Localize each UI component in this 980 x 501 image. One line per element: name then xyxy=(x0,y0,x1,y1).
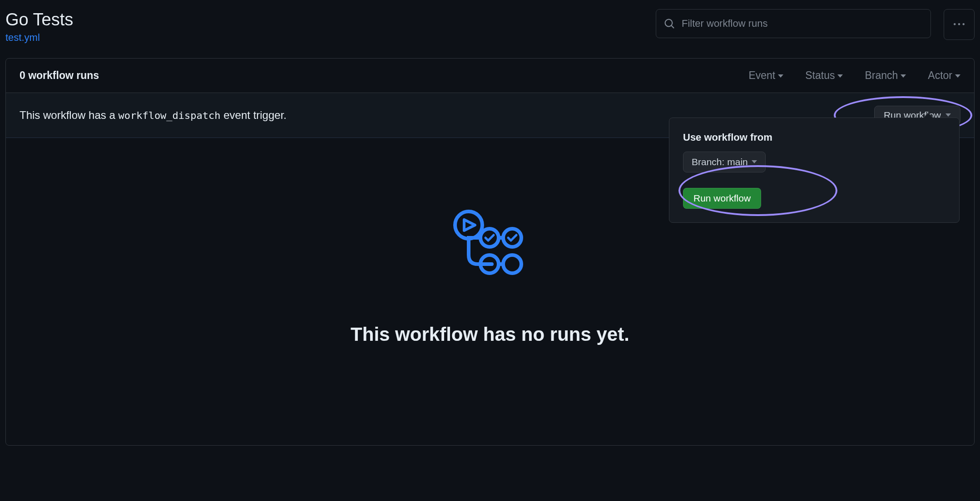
search-icon xyxy=(664,18,675,29)
svg-point-7 xyxy=(503,255,521,273)
filter-event-dropdown[interactable]: Event xyxy=(748,69,783,82)
caret-down-icon xyxy=(901,74,906,78)
branch-label: Branch: main xyxy=(692,157,748,167)
run-workflow-submit-button[interactable]: Run workflow xyxy=(683,188,761,209)
empty-heading: This workflow has no runs yet. xyxy=(6,324,974,345)
filter-branch-label: Branch xyxy=(865,69,898,82)
kebab-menu-button[interactable] xyxy=(944,9,975,40)
caret-down-icon xyxy=(837,74,843,78)
popover-heading: Use workflow from xyxy=(683,132,945,143)
filter-actor-label: Actor xyxy=(928,69,952,82)
workflow-panel: 0 workflow runs Event Status Branch Acto… xyxy=(5,58,975,446)
dispatch-text: This workflow has a workflow_dispatch ev… xyxy=(20,109,287,122)
panel-toolbar: 0 workflow runs Event Status Branch Acto… xyxy=(6,59,974,93)
svg-point-6 xyxy=(491,263,494,265)
workflow-file-link[interactable]: test.yml xyxy=(5,32,40,43)
filter-actor-dropdown[interactable]: Actor xyxy=(928,69,960,82)
dispatch-text-pre: This workflow has a xyxy=(20,109,118,121)
svg-point-5 xyxy=(486,263,488,265)
run-workflow-popover: Use workflow from Branch: main Run workf… xyxy=(669,118,960,223)
page-title: Go Tests xyxy=(5,9,648,31)
branch-selector-button[interactable]: Branch: main xyxy=(683,152,766,172)
kebab-icon xyxy=(954,19,965,30)
search-input[interactable] xyxy=(656,9,931,38)
filter-status-dropdown[interactable]: Status xyxy=(805,69,843,82)
caret-down-icon xyxy=(945,113,951,117)
filter-event-label: Event xyxy=(748,69,775,82)
runs-count-label: 0 workflow runs xyxy=(20,69,748,82)
svg-point-0 xyxy=(455,211,482,239)
dispatch-text-post: event trigger. xyxy=(221,109,287,121)
caret-down-icon xyxy=(955,74,960,78)
caret-down-icon xyxy=(778,74,783,78)
filter-branch-dropdown[interactable]: Branch xyxy=(865,69,906,82)
dispatch-code: workflow_dispatch xyxy=(118,110,220,121)
workflow-icon xyxy=(453,210,527,284)
filter-status-label: Status xyxy=(805,69,835,82)
caret-down-icon xyxy=(752,160,757,163)
